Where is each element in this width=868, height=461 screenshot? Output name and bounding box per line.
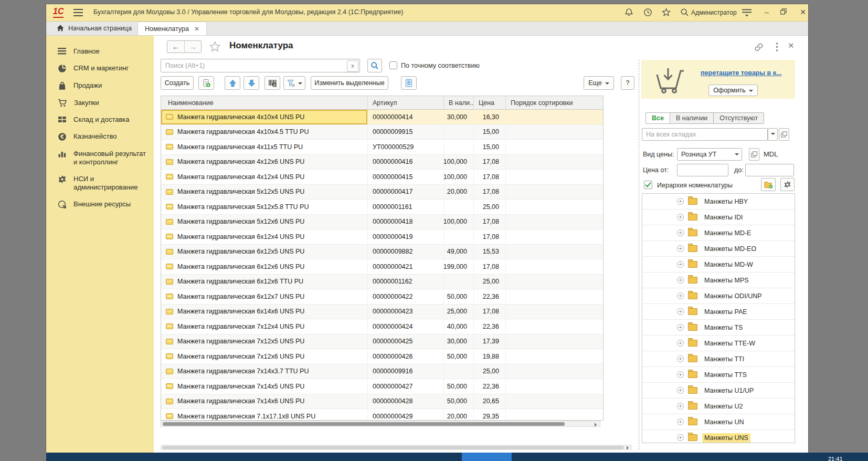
scrollbar-thumb[interactable]	[163, 422, 565, 426]
filter-in-stock-button[interactable]: В наличии	[670, 112, 714, 124]
tree-item[interactable]: Манжеты ODI/UNP	[642, 288, 795, 304]
warehouse-open-button[interactable]	[779, 128, 789, 141]
favorites-star-icon[interactable]	[662, 8, 671, 17]
sidebar-item[interactable]: Внешние ресурсы	[46, 196, 154, 213]
expand-plus-icon[interactable]	[677, 324, 684, 331]
add-to-favorites-star-icon[interactable]	[209, 41, 221, 53]
tree-item[interactable]: Манжеты MD-EO	[642, 241, 795, 257]
expand-plus-icon[interactable]	[677, 198, 684, 205]
create-folder-button[interactable]	[761, 178, 776, 191]
move-down-button[interactable]	[244, 76, 259, 90]
warehouse-combo[interactable]: На всех складах	[642, 128, 768, 141]
table-row[interactable]: Манжета гидравлическая 6x12x6 UNS PU0000…	[161, 259, 603, 275]
table-row[interactable]: Манжета гидравлическая 4x11x5 TTU PUУТ00…	[161, 140, 603, 155]
sidebar-item[interactable]: НСИ и администрирование	[46, 171, 154, 196]
tree-item[interactable]: Манжеты PAE	[642, 304, 795, 320]
scroll-right-icon[interactable]	[627, 446, 631, 450]
tree-item[interactable]: Манжеты TTS	[642, 367, 795, 383]
tab-close-icon[interactable]: ✕	[194, 25, 199, 33]
table-row[interactable]: Манжета гидравлическая 6x12x4 UNS PU0000…	[161, 229, 603, 245]
minimize-button[interactable]: –	[761, 7, 772, 17]
warehouse-dropdown-button[interactable]	[768, 128, 778, 141]
filter-out-of-stock-button[interactable]: Отсутствуют	[714, 112, 764, 124]
tree-settings-button[interactable]	[780, 178, 795, 191]
table-row[interactable]: Манжета гидравлическая 6x14x6 UNS PU0000…	[161, 305, 603, 320]
tab-nomenclature[interactable]: Номенклатура ✕	[137, 22, 207, 35]
tree-item[interactable]: Манжеты U2	[642, 399, 795, 414]
table-row[interactable]: Манжета гидравлическая 5x12x5.8 TTU PU00…	[161, 200, 603, 215]
price-to-input[interactable]	[745, 164, 794, 176]
create-group-button[interactable]	[198, 76, 214, 90]
barcode-search-button[interactable]	[264, 76, 280, 90]
main-menu-icon[interactable]	[73, 9, 83, 16]
back-button[interactable]: ←	[167, 41, 185, 53]
table-row[interactable]: Манжета гидравлическая 7x14x5 UNS PU0000…	[161, 379, 603, 394]
table-row[interactable]: Манжета гидравлическая 4x10x4 UNS PU0000…	[161, 110, 603, 125]
search-button[interactable]	[367, 59, 382, 72]
expand-plus-icon[interactable]	[677, 387, 684, 394]
close-button[interactable]: ✕	[798, 7, 808, 17]
tree-item[interactable]: Манжеты MD-W	[642, 257, 795, 273]
table-row[interactable]: Манжета гидравлическая 4x10x4.5 TTU PU00…	[161, 125, 603, 140]
taskbar-active-app[interactable]	[462, 453, 512, 461]
tree-item[interactable]: Манжеты TTE-W	[642, 336, 795, 351]
hierarchy-checkbox[interactable]	[644, 181, 652, 189]
cart-drop-zone[interactable]: перетащите товары в к... Оформить	[641, 60, 795, 99]
clear-search-icon[interactable]: x	[347, 60, 358, 72]
table-row[interactable]: Манжета гидравлическая 7.1x17.1x8 UNS PU…	[161, 409, 603, 420]
expand-plus-icon[interactable]	[677, 371, 684, 378]
expand-plus-icon[interactable]	[677, 277, 684, 284]
table-row[interactable]: Манжета гидравлическая 5x12x5 UNS PU0000…	[161, 185, 603, 200]
sidebar-item[interactable]: Закупки	[46, 95, 154, 111]
price-from-input[interactable]	[677, 164, 728, 176]
tab-home[interactable]: Начальная страница	[50, 22, 139, 35]
history-icon[interactable]	[643, 8, 653, 17]
get-link-icon[interactable]	[754, 43, 764, 52]
service-menu-icon[interactable]	[742, 8, 751, 17]
expand-plus-icon[interactable]	[677, 418, 684, 425]
sidebar-item[interactable]: €Казначейство	[46, 128, 154, 145]
tree-item[interactable]: Манжеты U1/UP	[642, 383, 795, 399]
global-search-icon[interactable]	[680, 8, 690, 17]
tree-item[interactable]: Манжеты MD-E	[642, 225, 795, 241]
list-settings-button[interactable]	[401, 76, 417, 90]
expand-plus-icon[interactable]	[677, 403, 684, 410]
tree-item[interactable]: Манжеты IDI	[642, 209, 795, 225]
expand-plus-icon[interactable]	[677, 340, 684, 347]
table-row[interactable]: Манжета гидравлическая 7x12x6 UNS PU0000…	[161, 349, 603, 364]
expand-plus-icon[interactable]	[677, 434, 684, 441]
column-header-sort-order[interactable]: Порядок сортировки	[506, 96, 603, 109]
table-row[interactable]: Манжета гидравлическая 7x14x6 UNS PU0000…	[161, 394, 603, 410]
column-header-stock[interactable]: В нали...	[444, 96, 474, 109]
table-row[interactable]: Манжета гидравлическая 6x12x7 UNS PU0000…	[161, 289, 603, 305]
expand-plus-icon[interactable]	[677, 261, 684, 268]
form-horizontal-scrollbar[interactable]	[161, 445, 632, 450]
notifications-bell-icon[interactable]	[624, 8, 634, 17]
expand-plus-icon[interactable]	[677, 292, 684, 299]
exact-match-checkbox[interactable]	[389, 61, 397, 69]
close-form-icon[interactable]: ✕	[788, 41, 795, 50]
table-row[interactable]: Манжета гидравлическая 7x12x5 UNS PU0000…	[161, 334, 603, 350]
tree-item[interactable]: Манжеты HBY	[642, 194, 795, 209]
column-header-price[interactable]: Цена	[474, 96, 506, 109]
expand-plus-icon[interactable]	[677, 229, 684, 236]
table-row[interactable]: Манжета гидравлическая 6x12x5 UNS PU0000…	[161, 245, 603, 260]
restore-button[interactable]	[780, 8, 791, 15]
edit-selected-button[interactable]: Изменить выделенные	[311, 76, 388, 90]
column-header-name[interactable]: Наименование	[161, 96, 368, 109]
sidebar-item[interactable]: Финансовый результат и контроллинг	[46, 145, 154, 171]
help-button[interactable]: ?	[621, 76, 634, 90]
sidebar-item[interactable]: Склад и доставка	[46, 111, 154, 128]
tree-item[interactable]: Манжеты TTI	[642, 351, 795, 367]
tree-item[interactable]: Манжеты UN	[642, 414, 795, 430]
table-row[interactable]: Манжета гидравлическая 5x12x6 UNS PU0000…	[161, 215, 603, 230]
expand-plus-icon[interactable]	[677, 308, 684, 315]
filter-button[interactable]	[283, 76, 305, 90]
scroll-right-icon[interactable]	[595, 423, 599, 427]
sidebar-item[interactable]: Главное	[46, 43, 154, 60]
table-row[interactable]: Манжета гидравлическая 7x12x4 UNS PU0000…	[161, 319, 603, 334]
sidebar-item[interactable]: CRM и маркетинг	[46, 60, 154, 77]
current-user[interactable]: Администратор	[691, 9, 737, 16]
filter-all-button[interactable]: Все	[645, 112, 670, 124]
sidebar-item[interactable]: Продажи	[46, 77, 154, 95]
